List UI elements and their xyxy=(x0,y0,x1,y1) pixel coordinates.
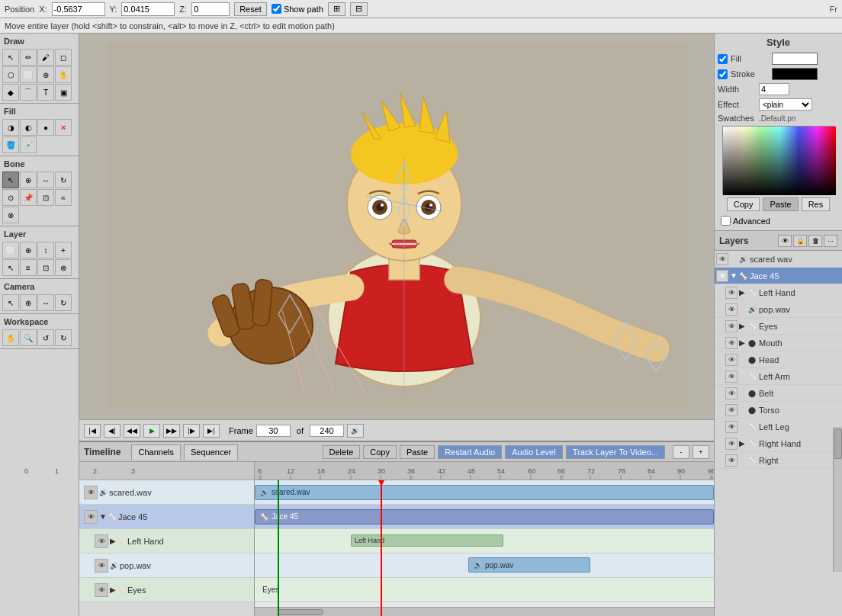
layer-item-leftarm[interactable]: 👁 🦴 Left Arm xyxy=(715,368,842,385)
tool-bone-move[interactable]: ↔ xyxy=(37,172,54,188)
track-eye-eyes[interactable]: 👁 xyxy=(95,583,108,597)
track-eye-lefthand[interactable]: 👁 xyxy=(95,534,108,548)
layer-item-righthand[interactable]: 👁 ▶ 🦴 Right Hand xyxy=(715,435,842,452)
scroll-thumb-v[interactable] xyxy=(834,428,842,459)
layer-item-head[interactable]: 👁 ⬤ Head xyxy=(715,351,842,368)
tool-bone-pin[interactable]: 📌 xyxy=(20,189,37,206)
effect-select[interactable]: <plain xyxy=(759,98,812,111)
btn-to-end[interactable]: ▶| xyxy=(203,424,220,438)
layers-btn-more[interactable]: ··· xyxy=(824,235,837,247)
btn-step-fwd[interactable]: ▶▶ xyxy=(163,424,180,438)
btn-next-key[interactable]: |▶ xyxy=(183,424,200,438)
tool-shape[interactable]: ▣ xyxy=(55,84,72,101)
icon-btn-1[interactable]: ⊞ xyxy=(328,2,345,16)
tool-text[interactable]: T xyxy=(37,84,54,101)
advanced-checkbox[interactable] xyxy=(721,216,731,226)
layer-eye-pop[interactable]: 👁 xyxy=(725,303,738,316)
style-paste-btn[interactable]: Paste xyxy=(763,197,798,211)
layer-eye-eyes[interactable]: 👁 xyxy=(725,320,738,332)
tool-bone-weight[interactable]: ⊗ xyxy=(2,207,19,223)
layer-item-mouth[interactable]: 👁 ▶ ⬤ Mouth xyxy=(715,335,842,351)
layer-eye-leftleg[interactable]: 👁 xyxy=(725,421,738,433)
track-expand-eyes[interactable]: ▶ xyxy=(110,586,116,594)
tool-camera-2[interactable]: ⊕ xyxy=(20,294,37,311)
tool-layer-2[interactable]: ↖ xyxy=(2,259,19,276)
tool-camera-4[interactable]: ↻ xyxy=(55,294,72,311)
btn-zoom-out[interactable]: - xyxy=(673,445,689,459)
timeline-scrollbar-h[interactable] xyxy=(255,607,714,616)
color-picker-area[interactable] xyxy=(722,126,835,194)
btn-to-start[interactable]: |◀ xyxy=(84,424,101,438)
btn-paste[interactable]: Paste xyxy=(400,445,435,459)
tool-fill2[interactable]: ◐ xyxy=(20,119,37,136)
layers-btn-delete[interactable]: 🗑 xyxy=(808,235,822,247)
layer-item-scared-wav[interactable]: 👁 🔊 scared wav xyxy=(715,251,842,268)
layer-item-torso[interactable]: 👁 ⬤ Torso xyxy=(715,402,842,419)
tab-sequencer[interactable]: Sequencer xyxy=(184,444,238,460)
layer-eye-leftarm[interactable]: 👁 xyxy=(725,371,738,383)
total-frames-input[interactable] xyxy=(310,425,344,437)
style-reset-btn[interactable]: Res xyxy=(802,197,831,211)
tool-bone-scale[interactable]: ⊡ xyxy=(37,189,54,206)
tool-bone-ik[interactable]: ⊙ xyxy=(2,189,19,206)
layer-item-eyes[interactable]: 👁 ▶ 🦴 Eyes xyxy=(715,318,842,335)
tool-select[interactable]: ⬜ xyxy=(20,66,37,83)
layers-btn-lock[interactable]: 🔒 xyxy=(793,235,807,247)
tool-layer-move[interactable]: ↕ xyxy=(37,242,54,258)
tool-ws-hand[interactable]: ✋ xyxy=(2,329,19,346)
btn-prev-key[interactable]: ◀| xyxy=(104,424,121,438)
tool-pencil[interactable]: ✏ xyxy=(20,49,37,66)
fill-color-swatch[interactable] xyxy=(772,53,818,65)
btn-track-layer[interactable]: Track Layer To Video... xyxy=(566,445,665,459)
stroke-color-swatch[interactable] xyxy=(772,68,818,80)
layer-eye-scared[interactable]: 👁 xyxy=(716,253,728,265)
track-expand-jace[interactable]: ▼ xyxy=(99,512,107,521)
layer-eye-right[interactable]: 👁 xyxy=(725,454,738,467)
btn-audio-level[interactable]: Audio Level xyxy=(505,445,563,459)
layer-eye-lefthand[interactable]: 👁 xyxy=(725,287,738,299)
tool-camera-1[interactable]: ↖ xyxy=(2,294,19,311)
tool-layer-3[interactable]: ≡ xyxy=(20,259,37,276)
layer-expand-righthand[interactable]: ▶ xyxy=(739,439,747,448)
tool-bone-strength[interactable]: ≈ xyxy=(55,189,72,206)
tool-hand[interactable]: ✋ xyxy=(55,66,72,83)
tool-layer-weld[interactable]: ⊗ xyxy=(55,259,72,276)
y-input[interactable] xyxy=(121,2,175,16)
tool-lasso[interactable]: ⬡ xyxy=(2,66,19,83)
tool-camera-3[interactable]: ↔ xyxy=(37,294,54,311)
tool-curve[interactable]: ⌒ xyxy=(20,84,37,101)
layer-expand-mouth[interactable]: ▶ xyxy=(739,338,747,347)
tool-fill-delete[interactable]: ✕ xyxy=(55,119,72,136)
tool-paint[interactable]: 🪣 xyxy=(2,136,19,153)
btn-zoom-in[interactable]: + xyxy=(693,445,709,459)
tool-bone-add[interactable]: ⊕ xyxy=(20,172,37,188)
tool-layer-4[interactable]: ⊡ xyxy=(37,259,54,276)
tool-point[interactable]: ◆ xyxy=(2,84,19,101)
tool-ws-undo[interactable]: ↺ xyxy=(37,329,54,346)
track-eye-jace[interactable]: 👁 xyxy=(84,510,98,524)
tool-fill3[interactable]: ● xyxy=(37,119,54,136)
scroll-thumb-h[interactable] xyxy=(278,609,323,615)
layer-expand-eyes[interactable]: ▶ xyxy=(739,322,747,330)
track-eye-pop[interactable]: 👁 xyxy=(95,559,108,573)
icon-btn-2[interactable]: ⊟ xyxy=(350,2,368,16)
tab-channels[interactable]: Channels xyxy=(131,444,180,460)
tool-ws-redo[interactable]: ↻ xyxy=(55,329,72,346)
stroke-checkbox[interactable] xyxy=(718,69,728,79)
tool-arrow[interactable]: ↖ xyxy=(2,49,19,66)
z-input[interactable] xyxy=(191,2,230,16)
btn-delete[interactable]: Delete xyxy=(323,445,361,459)
tool-bone-rotate[interactable]: ↻ xyxy=(55,172,72,188)
layer-eye-torso[interactable]: 👁 xyxy=(725,404,738,416)
layer-eye-jace[interactable]: 👁 xyxy=(716,270,728,282)
tool-fill1[interactable]: ◑ xyxy=(2,119,19,136)
layer-item-pop-wav[interactable]: 👁 🔊 pop.wav xyxy=(715,301,842,318)
layer-expand-lefthand[interactable]: ▶ xyxy=(739,288,747,297)
style-copy-btn[interactable]: Copy xyxy=(727,197,760,211)
layer-eye-head[interactable]: 👁 xyxy=(725,354,738,366)
tool-layer-select[interactable]: ⬜ xyxy=(2,242,19,258)
tool-bone-select[interactable]: ↖ xyxy=(2,172,19,188)
layer-item-leftleg[interactable]: 👁 🦴 Left Leg xyxy=(715,419,842,435)
track-expand-lefthand[interactable]: ▶ xyxy=(110,537,116,545)
tool-eyedrop[interactable]: 💉 xyxy=(20,136,37,153)
